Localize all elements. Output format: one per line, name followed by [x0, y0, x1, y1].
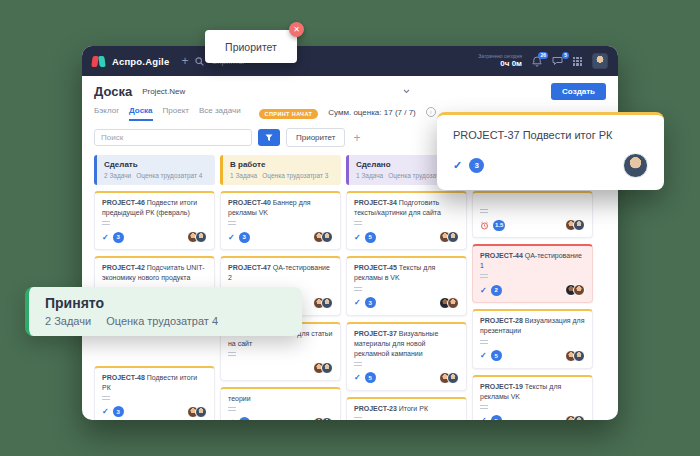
top-navigation-bar: Аспро.Agile + Спринты Затрачено сегодня …: [82, 46, 618, 76]
check-count-badge: 5: [365, 372, 376, 383]
check-icon: ✓: [480, 286, 487, 295]
create-button[interactable]: Создать: [551, 83, 606, 100]
check-count-badge: 3: [239, 232, 250, 243]
task-card[interactable]: PROJECT-45 Тексты для рекламы в VK✓3: [346, 256, 467, 315]
avatar-group: [313, 297, 333, 309]
check-count-badge: 3: [113, 232, 124, 243]
check-icon: ✓: [354, 373, 361, 382]
avatar: [447, 372, 459, 384]
task-card[interactable]: PROJECT-19 Тексты для рекламы VK✓5: [472, 375, 593, 420]
check-icon: ✓: [480, 416, 487, 420]
card-footer: ✓3: [102, 406, 207, 418]
task-title: PROJECT-23 Итоги РК: [354, 404, 459, 414]
apps-grid-icon[interactable]: [573, 57, 582, 66]
column-task-count: 2 Задачи: [104, 172, 131, 179]
search-input[interactable]: [94, 129, 252, 146]
task-title: PROJECT-47 QA-тестирование 2: [228, 263, 333, 283]
task-card[interactable]: PROJECT-34 Подготовить тексты/картинки д…: [346, 191, 467, 250]
time-tracker[interactable]: Затрачено сегодня 0ч 0м: [478, 53, 522, 69]
task-title: PROJECT-46 Подвести итоги предыдущей РК …: [102, 198, 207, 218]
task-title: PROJECT-48 Подвести итоги РК: [102, 373, 207, 393]
close-icon[interactable]: ✕: [289, 22, 304, 37]
task-title: PROJECT-42 Подсчитать UNIT-экономику нов…: [102, 263, 207, 283]
project-selector[interactable]: Project.New: [142, 87, 410, 96]
task-card[interactable]: PROJECT-40 Баннер для рекламы VK✓3: [220, 191, 341, 250]
funnel-icon: [265, 134, 273, 142]
card-footer: ✓3: [102, 231, 207, 243]
description-icon: [102, 396, 110, 401]
avatar: [195, 231, 207, 243]
app-name: Аспро.Agile: [112, 56, 169, 67]
task-id: PROJECT-48: [102, 374, 147, 381]
add-filter-icon[interactable]: +: [353, 132, 360, 144]
task-card[interactable]: PROJECT-44 QA-тестирование 1✓2: [472, 244, 593, 303]
user-avatar[interactable]: [592, 53, 608, 69]
check-icon: ✓: [228, 233, 235, 242]
task-card[interactable]: теории✓3: [220, 387, 341, 420]
check-count-badge: 2: [491, 285, 502, 296]
accepted-title: Принято: [45, 295, 302, 311]
notifications-button[interactable]: 26: [532, 56, 542, 67]
avatar: [447, 231, 459, 243]
check-icon: ✓: [228, 418, 235, 420]
board-column: Сделано1 ЗадачаОценка трудозатратPROJECT…: [346, 155, 467, 420]
avatar-group: [439, 231, 459, 243]
avatar: [321, 362, 333, 374]
task-title: PROJECT-45 Тексты для рекламы в VK: [354, 263, 459, 283]
avatar: [573, 284, 585, 296]
check-count-badge: 3: [239, 417, 250, 420]
avatar: [321, 417, 333, 420]
tab-backlog[interactable]: Бэклог: [94, 106, 119, 121]
task-card[interactable]: PROJECT-28 Визуализация для презентации✓…: [472, 309, 593, 368]
board-column: 1.5PROJECT-44 QA-тестирование 1✓2PROJECT…: [472, 155, 593, 420]
task-card[interactable]: PROJECT-37 Визуальные материалы для ново…: [346, 322, 467, 391]
create-icon[interactable]: +: [181, 55, 188, 67]
avatar-group: [439, 297, 459, 309]
task-id: PROJECT-42: [102, 264, 147, 271]
description-icon: [480, 209, 488, 214]
task-id: PROJECT-47: [228, 264, 273, 271]
check-icon: ✓: [354, 298, 361, 307]
task-id: PROJECT-44: [480, 252, 525, 259]
task-id: PROJECT-37: [354, 330, 399, 337]
task-id: PROJECT-23: [354, 405, 399, 412]
chat-icon: [552, 56, 563, 66]
time-tracker-value: 0ч 0м: [478, 59, 522, 69]
tab-board[interactable]: Доска: [129, 106, 152, 121]
task-title: PROJECT-37 Визуальные материалы для ново…: [354, 329, 459, 359]
filter-chip-priority[interactable]: Приоритет: [286, 128, 345, 147]
task-card[interactable]: PROJECT-23 Итоги РК✓5: [346, 397, 467, 420]
priority-tooltip-label: Приоритет: [225, 41, 277, 53]
task-id: PROJECT-45: [354, 264, 399, 271]
avatar-group: [187, 231, 207, 243]
task-id: PROJECT-19: [480, 383, 525, 390]
tab-all-tasks[interactable]: Все задачи: [199, 106, 241, 121]
search-icon[interactable]: [195, 57, 204, 66]
task-card[interactable]: 1.5: [472, 191, 593, 238]
project-selector-value: Project.New: [142, 87, 185, 96]
column-header: В работе1 ЗадачаОценка трудозатрат 3: [220, 155, 341, 185]
task-title: теории: [228, 394, 333, 404]
task-card[interactable]: PROJECT-48 Подвести итоги РК✓3: [94, 366, 215, 420]
chevron-down-icon: [403, 89, 410, 94]
check-count-badge: 5: [365, 232, 376, 243]
filter-button[interactable]: [258, 129, 280, 146]
check-icon: ✓: [102, 407, 109, 416]
floating-task-card[interactable]: PROJECT-37 Подвести итог РК ✓ 3: [437, 112, 664, 190]
accepted-estimate: Оценка трудозатрат 4: [106, 315, 218, 327]
description-icon: [480, 340, 488, 345]
description-icon: [354, 221, 362, 226]
description-icon: [480, 274, 488, 279]
task-card[interactable]: PROJECT-46 Подвести итоги предыдущей РК …: [94, 191, 215, 250]
info-icon[interactable]: i: [426, 107, 436, 117]
card-footer: ✓5: [354, 231, 459, 243]
tab-project[interactable]: Проект: [163, 106, 189, 121]
description-icon: [480, 405, 488, 410]
check-icon: ✓: [102, 233, 109, 242]
description-icon: [354, 287, 362, 292]
messages-count-badge: 5: [562, 52, 569, 59]
column-header: Сделать2 ЗадачиОценка трудозатрат 4: [94, 155, 215, 185]
card-footer: ✓5: [354, 372, 459, 384]
messages-button[interactable]: 5: [552, 56, 563, 66]
notifications-count-badge: 26: [538, 52, 548, 59]
